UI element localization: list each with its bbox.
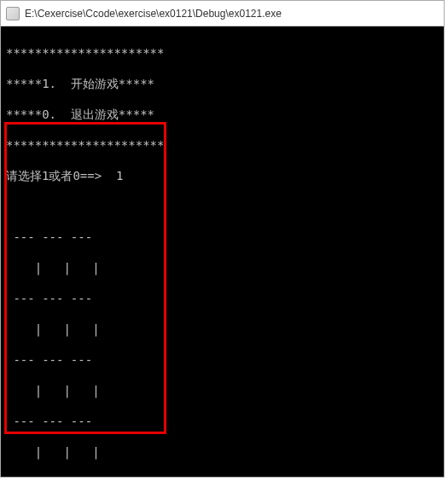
app-window: E:\Cexercise\Ccode\exercise\ex0121\Debug… [0,0,445,478]
blank-line [6,199,439,214]
app-icon [6,7,20,20]
window-title: E:\Cexercise\Ccode\exercise\ex0121\Debug… [25,8,282,20]
board-vline: | | | [6,322,439,337]
menu-border: ********************** [6,45,439,61]
menu-border: ********************** [6,137,439,153]
board-vline: | | | [6,444,439,460]
board-hline: --- --- --- [6,229,439,245]
menu-item-start: *****1. 开始游戏***** [6,76,439,91]
board-hline: --- --- --- [6,291,439,306]
prompt-line: 请选择1或者0==> 1 [6,168,439,183]
board-hline: --- --- --- [6,475,439,477]
board-hline: --- --- --- [6,352,439,368]
board-hline: --- --- --- [6,414,439,429]
titlebar[interactable]: E:\Cexercise\Ccode\exercise\ex0121\Debug… [1,1,444,26]
board-vline: | | | [6,260,439,275]
console-output[interactable]: ********************** *****1. 开始游戏*****… [1,26,444,477]
board-vline: | | | [6,383,439,398]
menu-item-exit: *****0. 退出游戏***** [6,107,439,122]
